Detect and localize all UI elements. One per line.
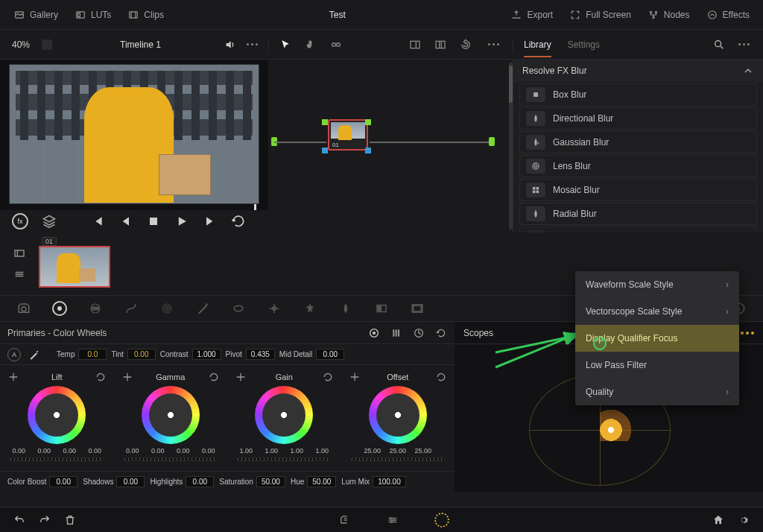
shadows-value[interactable]: 0.00 (116, 476, 145, 487)
offset-ywheel[interactable] (351, 457, 445, 461)
stop-icon[interactable] (146, 214, 161, 229)
page-color-icon[interactable] (434, 513, 449, 528)
pointer-tool-icon[interactable] (279, 39, 291, 51)
wheels-mode-dot-icon[interactable] (368, 327, 380, 339)
prev-frame-icon[interactable] (118, 214, 133, 229)
menu-waveform-scale[interactable]: Waveform Scale Style› (575, 271, 739, 298)
wheels-mode-log-icon[interactable] (413, 327, 425, 339)
strip-view-b-icon[interactable] (13, 268, 25, 280)
fx-item-radial-blur[interactable]: Radial Blur (519, 203, 757, 225)
palette-magic-icon[interactable] (303, 301, 317, 316)
search-icon[interactable] (713, 39, 725, 51)
palette-camera-icon[interactable] (16, 301, 31, 316)
palette-tracking-icon[interactable] (267, 301, 282, 316)
node-more-icon[interactable] (485, 43, 502, 45)
wheels-mode-bars-icon[interactable] (390, 327, 402, 339)
saturation-value[interactable]: 50.00 (256, 476, 285, 487)
home-icon[interactable] (712, 514, 724, 526)
gamma-wheel[interactable] (142, 386, 200, 444)
tint-value[interactable]: 0.00 (127, 349, 156, 360)
fx-item-mosaic-blur[interactable]: Mosaic Blur (519, 179, 757, 201)
fx-item-lens-blur[interactable]: Lens Blur (519, 155, 757, 177)
strip-view-a-icon[interactable] (13, 247, 25, 259)
palette-sizing-icon[interactable] (410, 301, 425, 316)
offset-wheel[interactable] (369, 386, 427, 444)
menu-low-pass-filter[interactable]: Low Pass Filter (575, 352, 739, 379)
node-graph[interactable]: 01 (268, 60, 513, 232)
menu-quality[interactable]: Quality› (575, 379, 739, 405)
nodes-button[interactable]: Nodes (648, 9, 690, 21)
lift-ywheel[interactable] (10, 457, 104, 461)
gamma-values[interactable]: 0.000.000.000.00 (122, 447, 219, 455)
node-handle[interactable] (365, 148, 371, 153)
mute-icon[interactable] (224, 39, 236, 51)
link-tool-icon[interactable] (330, 39, 342, 51)
crosshair-icon[interactable] (235, 371, 247, 383)
fx-item-box-blur[interactable]: Box Blur (519, 83, 757, 106)
palette-primaries-icon[interactable] (52, 301, 67, 316)
scopes-more-icon[interactable] (741, 332, 754, 335)
gamma-ywheel[interactable] (124, 457, 218, 461)
tab-settings[interactable]: Settings (568, 39, 600, 50)
crosshair-icon[interactable] (7, 371, 19, 383)
loop-icon[interactable] (231, 214, 246, 229)
fx-item-zoom-blur[interactable]: Zoom Blur (519, 227, 757, 232)
temp-value[interactable]: 0.0 (78, 349, 107, 360)
pivot-value[interactable]: 0.435 (246, 349, 275, 360)
hue-value[interactable]: 50.00 (307, 476, 336, 487)
trash-icon[interactable] (64, 514, 76, 526)
viewer-more-icon[interactable] (244, 43, 261, 45)
fx-badge-icon[interactable]: fx (12, 213, 28, 229)
lift-wheel[interactable] (28, 386, 86, 444)
page-icon[interactable] (42, 39, 52, 50)
fx-item-gaussian-blur[interactable]: Gaussian Blur (519, 131, 757, 153)
gain-values[interactable]: 1.001.001.001.00 (235, 447, 332, 455)
lummix-value[interactable]: 100.00 (373, 476, 406, 487)
palette-window-icon[interactable] (231, 301, 246, 316)
palette-key-icon[interactable] (374, 301, 389, 316)
scrollbar[interactable] (509, 63, 513, 229)
export-button[interactable]: Export (510, 9, 553, 21)
node-01[interactable]: 01 (328, 119, 368, 151)
reset-icon[interactable] (322, 371, 334, 383)
undo-icon[interactable] (13, 514, 25, 526)
gain-ywheel[interactable] (237, 457, 331, 461)
wheels-reset-icon[interactable] (435, 327, 447, 339)
palette-blur-icon[interactable] (338, 301, 353, 316)
viewer-image[interactable] (9, 64, 259, 204)
fx-item-directional-blur[interactable]: Directional Blur (519, 107, 757, 130)
split-view-a-icon[interactable] (409, 39, 421, 51)
first-frame-icon[interactable] (89, 214, 104, 229)
palette-warper-icon[interactable] (159, 301, 174, 316)
node-handle[interactable] (322, 148, 328, 153)
luts-button[interactable]: LUTs (75, 9, 111, 21)
fullscreen-button[interactable]: Full Screen (569, 9, 631, 21)
reset-icon[interactable] (208, 371, 220, 383)
effects-button[interactable]: Effects (706, 9, 750, 21)
library-more-icon[interactable] (735, 43, 753, 45)
clips-button[interactable]: Clips (127, 9, 164, 21)
menu-vectorscope-scale[interactable]: Vectorscope Scale Style› (575, 298, 739, 325)
contrast-value[interactable]: 1.000 (192, 349, 221, 360)
split-view-b-icon[interactable] (434, 39, 446, 51)
palette-curves-icon[interactable] (124, 301, 139, 316)
redo-icon[interactable] (39, 514, 51, 526)
reset-icon[interactable] (435, 371, 447, 383)
crosshair-icon[interactable] (349, 371, 361, 383)
colorboost-value[interactable]: 0.00 (49, 476, 77, 487)
gain-wheel[interactable] (255, 386, 313, 444)
clip-thumb-01[interactable]: 01 (39, 246, 110, 288)
crosshair-icon[interactable] (121, 371, 133, 383)
middetail-value[interactable]: 0.00 (316, 349, 344, 360)
reset-icon[interactable] (95, 371, 107, 383)
next-frame-icon[interactable] (203, 214, 218, 229)
node-handle[interactable] (365, 119, 371, 125)
palette-qualifier-icon[interactable] (195, 301, 210, 316)
page-edit-icon[interactable] (387, 514, 399, 526)
palette-hdr-icon[interactable]: HDR (88, 301, 103, 316)
play-icon[interactable] (174, 214, 189, 229)
gallery-button[interactable]: Gallery (13, 9, 58, 21)
node-handle[interactable] (322, 119, 328, 125)
zoom-level[interactable]: 40% (7, 39, 34, 50)
hand-tool-icon[interactable] (305, 39, 317, 51)
